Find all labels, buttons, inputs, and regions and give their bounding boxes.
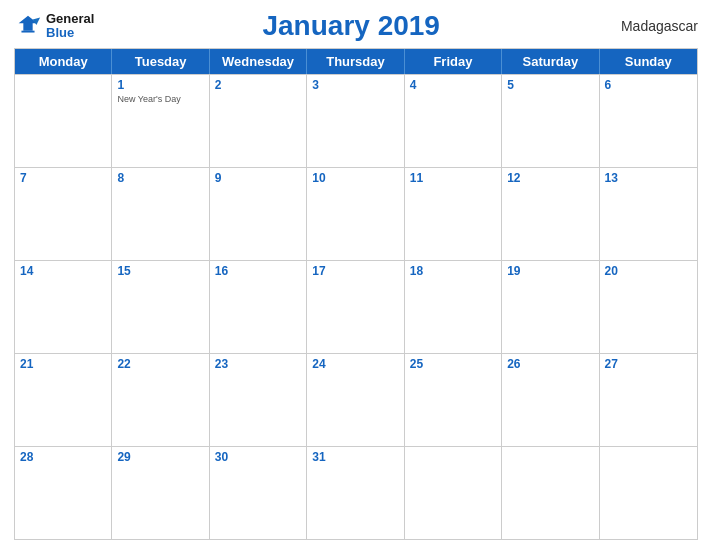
- day-cell: 21: [15, 354, 112, 446]
- day-cell: 27: [600, 354, 697, 446]
- day-cell: 18: [405, 261, 502, 353]
- day-headers-row: Monday Tuesday Wednesday Thursday Friday…: [15, 49, 697, 74]
- day-number: 3: [312, 78, 398, 92]
- day-cell: [405, 447, 502, 539]
- day-number: 23: [215, 357, 301, 371]
- day-cell: 8: [112, 168, 209, 260]
- day-number: 12: [507, 171, 593, 185]
- header-saturday: Saturday: [502, 49, 599, 74]
- day-number: 27: [605, 357, 692, 371]
- day-cell: 1New Year's Day: [112, 75, 209, 167]
- day-number: 20: [605, 264, 692, 278]
- day-number: 10: [312, 171, 398, 185]
- holiday-label: New Year's Day: [117, 94, 203, 105]
- day-cell: 11: [405, 168, 502, 260]
- day-number: 6: [605, 78, 692, 92]
- day-number: 24: [312, 357, 398, 371]
- day-cell: 23: [210, 354, 307, 446]
- day-cell: 16: [210, 261, 307, 353]
- header-wednesday: Wednesday: [210, 49, 307, 74]
- week-row-0: 1New Year's Day23456: [15, 74, 697, 167]
- day-number: 18: [410, 264, 496, 278]
- country-label: Madagascar: [608, 18, 698, 34]
- day-number: 25: [410, 357, 496, 371]
- day-number: 29: [117, 450, 203, 464]
- day-cell: 29: [112, 447, 209, 539]
- logo-bird-icon: [14, 12, 42, 40]
- day-cell: 22: [112, 354, 209, 446]
- day-number: 17: [312, 264, 398, 278]
- day-cell: 2: [210, 75, 307, 167]
- header-sunday: Sunday: [600, 49, 697, 74]
- day-number: 22: [117, 357, 203, 371]
- day-number: 2: [215, 78, 301, 92]
- day-cell: 26: [502, 354, 599, 446]
- day-number: 5: [507, 78, 593, 92]
- header-monday: Monday: [15, 49, 112, 74]
- day-cell: [15, 75, 112, 167]
- day-number: 7: [20, 171, 106, 185]
- logo: General Blue: [14, 12, 94, 41]
- day-number: 1: [117, 78, 203, 92]
- day-cell: 12: [502, 168, 599, 260]
- week-row-1: 78910111213: [15, 167, 697, 260]
- day-number: 11: [410, 171, 496, 185]
- day-cell: 24: [307, 354, 404, 446]
- month-title: January 2019: [94, 10, 608, 42]
- day-number: 8: [117, 171, 203, 185]
- header-friday: Friday: [405, 49, 502, 74]
- day-number: 19: [507, 264, 593, 278]
- header-thursday: Thursday: [307, 49, 404, 74]
- day-cell: 5: [502, 75, 599, 167]
- week-row-4: 28293031: [15, 446, 697, 539]
- day-cell: 25: [405, 354, 502, 446]
- day-cell: 30: [210, 447, 307, 539]
- day-cell: 3: [307, 75, 404, 167]
- logo-text: General Blue: [46, 12, 94, 41]
- day-number: 21: [20, 357, 106, 371]
- calendar-grid: Monday Tuesday Wednesday Thursday Friday…: [14, 48, 698, 540]
- day-cell: [502, 447, 599, 539]
- day-cell: 20: [600, 261, 697, 353]
- day-cell: 28: [15, 447, 112, 539]
- day-number: 13: [605, 171, 692, 185]
- day-number: 28: [20, 450, 106, 464]
- day-number: 30: [215, 450, 301, 464]
- day-cell: 13: [600, 168, 697, 260]
- svg-marker-0: [19, 16, 38, 31]
- svg-rect-2: [21, 31, 34, 33]
- header-tuesday: Tuesday: [112, 49, 209, 74]
- day-cell: 19: [502, 261, 599, 353]
- day-number: 16: [215, 264, 301, 278]
- header: General Blue January 2019 Madagascar: [14, 10, 698, 42]
- day-cell: 4: [405, 75, 502, 167]
- day-number: 14: [20, 264, 106, 278]
- day-number: 15: [117, 264, 203, 278]
- day-number: 9: [215, 171, 301, 185]
- day-cell: 17: [307, 261, 404, 353]
- day-number: 26: [507, 357, 593, 371]
- week-row-3: 21222324252627: [15, 353, 697, 446]
- day-cell: 10: [307, 168, 404, 260]
- day-number: 31: [312, 450, 398, 464]
- calendar-page: General Blue January 2019 Madagascar Mon…: [0, 0, 712, 550]
- weeks-container: 1New Year's Day2345678910111213141516171…: [15, 74, 697, 539]
- day-number: 4: [410, 78, 496, 92]
- day-cell: 6: [600, 75, 697, 167]
- day-cell: [600, 447, 697, 539]
- week-row-2: 14151617181920: [15, 260, 697, 353]
- day-cell: 31: [307, 447, 404, 539]
- day-cell: 14: [15, 261, 112, 353]
- day-cell: 15: [112, 261, 209, 353]
- day-cell: 7: [15, 168, 112, 260]
- day-cell: 9: [210, 168, 307, 260]
